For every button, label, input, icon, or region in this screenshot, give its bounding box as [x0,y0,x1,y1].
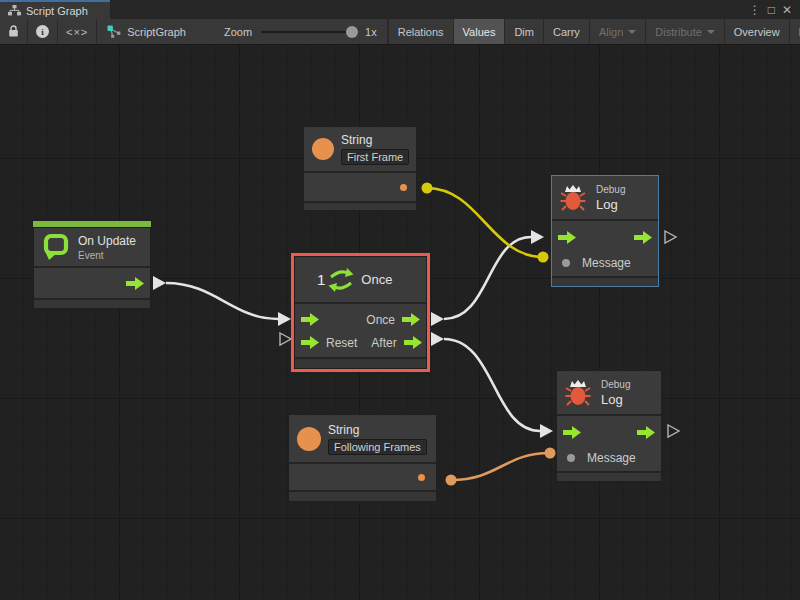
event-accent-bar [33,221,151,227]
wire-endpoint-dot [422,183,433,194]
unconnected-port-arrow [665,231,676,243]
wire-value-firstframe[interactable] [427,188,543,257]
flow-out-port[interactable] [634,231,652,244]
wire-flow-after-debuglog-bottom[interactable] [444,339,540,431]
string-value-input[interactable]: Following Frames [328,439,427,455]
string-literal-icon [297,427,321,451]
value-out-port[interactable] [418,474,425,481]
wire-arrowhead [278,312,291,326]
node-footer [304,201,416,210]
node-header: String Following Frames [289,415,436,464]
node-string-first-frame[interactable]: String First Frame [303,126,417,211]
node-port-row [34,268,150,298]
node-ports: Message [552,221,658,276]
wire-arrowhead [431,332,444,346]
reset-in-port[interactable] [301,336,319,349]
node-footer [295,357,426,368]
flow-in-port[interactable] [301,313,319,326]
node-port-row [289,464,436,490]
wire-arrowhead [540,424,553,438]
flow-out-port[interactable] [126,277,144,290]
once-cycle-icon [328,267,354,293]
string-value-input[interactable]: First Frame [341,149,409,165]
node-footer [557,471,661,481]
wire-endpoint-dot [538,252,549,263]
unconnected-port-arrow [668,425,679,437]
node-header: Debug Log [557,371,661,416]
node-once[interactable]: 1 Once Once Reset [294,256,427,369]
message-in-port[interactable] [567,454,575,462]
node-debug-log-bottom[interactable]: Debug Log Message [556,370,662,482]
node-ports: Once Reset After [295,304,426,354]
wire-flow-once-debuglog-top[interactable] [444,237,531,319]
flow-out-port-once[interactable] [402,313,420,326]
node-footer [34,298,150,308]
wire-arrowhead [153,276,166,290]
flow-out-port-after[interactable] [404,336,422,349]
message-in-port[interactable] [562,259,570,267]
unity-script-graph-window: Script Graph ⋮ □ ✕ i <×> [0,0,800,600]
unconnected-port-arrow [280,333,291,345]
node-footer [552,276,658,286]
wire-endpoint-dot [446,475,457,486]
flow-in-port[interactable] [558,231,576,244]
value-out-port[interactable] [400,184,407,191]
node-debug-log-top[interactable]: Debug Log Message [551,175,659,287]
flow-in-port[interactable] [563,426,581,439]
node-header: String First Frame [304,127,416,173]
node-footer [289,490,436,501]
node-header: Debug Log [552,176,658,221]
wire-arrowhead [431,312,444,326]
bug-icon [560,183,586,213]
on-update-loop-icon [42,233,70,261]
node-string-following-frames[interactable]: String Following Frames [288,414,437,502]
wire-arrowhead [531,230,544,244]
flow-out-port[interactable] [637,426,655,439]
graph-canvas[interactable]: String First Frame Debug Log [0,45,800,600]
wire-endpoint-dot [545,448,556,459]
node-header: On Update Event [34,228,150,268]
string-literal-icon [312,138,334,160]
node-on-update[interactable]: On Update Event [33,227,151,309]
wire-flow-onupdate-once[interactable] [166,283,278,319]
node-ports: Message [557,416,661,471]
node-header: 1 Once [295,257,426,304]
wire-value-followingframes[interactable] [451,453,550,480]
bug-icon [565,378,591,408]
node-port-row [304,173,416,201]
